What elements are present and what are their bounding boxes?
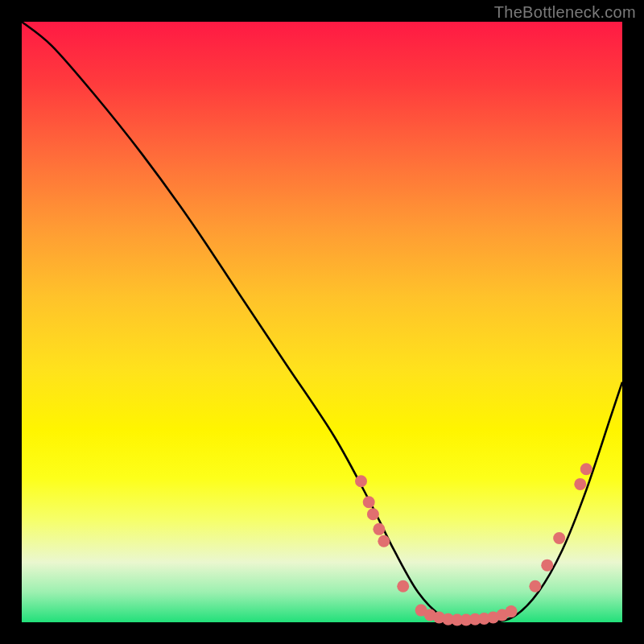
data-marker	[397, 580, 409, 592]
bottleneck-curve	[22, 22, 622, 623]
bottleneck-chart	[22, 22, 622, 622]
data-marker	[367, 508, 379, 520]
data-marker	[355, 475, 367, 487]
watermark-text: TheBottleneck.com	[494, 3, 636, 22]
data-marker	[553, 532, 565, 544]
data-marker	[505, 605, 517, 617]
data-marker	[363, 496, 375, 508]
data-marker	[373, 523, 385, 535]
data-marker	[529, 580, 541, 592]
data-marker	[574, 478, 586, 490]
data-marker	[541, 559, 553, 572]
data-marker	[580, 463, 592, 475]
data-marker	[378, 535, 390, 547]
